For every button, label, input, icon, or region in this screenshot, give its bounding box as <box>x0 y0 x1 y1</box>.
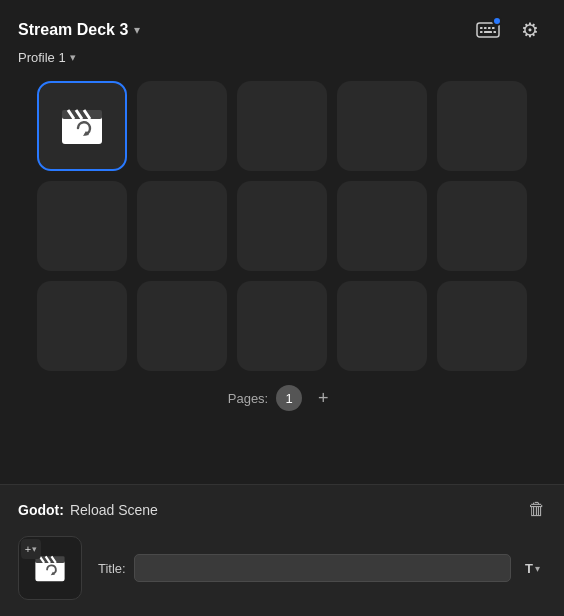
header-right: ⚙ <box>472 14 546 46</box>
svg-rect-2 <box>484 27 487 29</box>
add-page-button[interactable]: + <box>310 385 336 411</box>
app-container: Stream Deck 3 ▾ ⚙ <box>0 0 564 616</box>
profile-row: Profile 1 ▾ <box>0 50 564 75</box>
action-config: + ▾ Title: T ▾ <box>18 536 546 600</box>
grid-button-11[interactable] <box>137 281 227 371</box>
grid-button-2[interactable] <box>237 81 327 171</box>
font-button[interactable]: T ▾ <box>519 557 546 580</box>
svg-rect-11 <box>35 561 64 581</box>
action-header: Godot: Reload Scene 🗑 <box>18 499 546 520</box>
grid-button-4[interactable] <box>437 81 527 171</box>
settings-icon-button[interactable]: ⚙ <box>514 14 546 46</box>
grid-area: Pages: 1 + <box>0 75 564 484</box>
svg-rect-6 <box>484 31 492 33</box>
keyboard-badge <box>492 16 502 26</box>
grid-button-9[interactable] <box>437 181 527 271</box>
button-grid <box>37 81 527 371</box>
grid-button-13[interactable] <box>337 281 427 371</box>
pages-row: Pages: 1 + <box>228 371 336 423</box>
title-label: Title: <box>98 561 126 576</box>
grid-button-12[interactable] <box>237 281 327 371</box>
bottom-panel: Godot: Reload Scene 🗑 + ▾ <box>0 484 564 616</box>
grid-button-10[interactable] <box>37 281 127 371</box>
header-left: Stream Deck 3 ▾ <box>18 21 140 39</box>
svg-rect-4 <box>492 27 495 29</box>
delete-action-icon[interactable]: 🗑 <box>528 499 546 520</box>
gear-icon: ⚙ <box>521 18 539 42</box>
clapperboard-icon <box>56 100 108 152</box>
grid-button-7[interactable] <box>237 181 327 271</box>
keyboard-icon-button[interactable] <box>472 14 504 46</box>
title-field-row: Title: T ▾ <box>98 554 546 582</box>
svg-rect-7 <box>494 31 497 33</box>
grid-button-8[interactable] <box>337 181 427 271</box>
svg-rect-5 <box>480 31 483 33</box>
svg-rect-3 <box>488 27 491 29</box>
action-icon-button[interactable]: + ▾ <box>18 536 82 600</box>
add-icon-arrow: ▾ <box>32 544 37 554</box>
action-name-label: Reload Scene <box>70 502 158 518</box>
grid-button-5[interactable] <box>37 181 127 271</box>
action-icon-overlay: + ▾ <box>21 539 41 559</box>
title-chevron-icon[interactable]: ▾ <box>134 23 140 37</box>
add-icon-label: + <box>25 543 31 555</box>
profile-chevron-icon[interactable]: ▾ <box>70 51 76 64</box>
action-title-row: Godot: Reload Scene <box>18 502 158 518</box>
app-title: Stream Deck 3 <box>18 21 128 39</box>
grid-button-0[interactable] <box>37 81 127 171</box>
profile-label: Profile 1 <box>18 50 66 65</box>
svg-rect-1 <box>480 27 483 29</box>
header: Stream Deck 3 ▾ ⚙ <box>0 0 564 50</box>
page-1-button[interactable]: 1 <box>276 385 302 411</box>
svg-rect-8 <box>62 116 102 144</box>
grid-button-6[interactable] <box>137 181 227 271</box>
title-input[interactable] <box>134 554 511 582</box>
font-chevron-icon: ▾ <box>535 563 540 574</box>
grid-button-14[interactable] <box>437 281 527 371</box>
font-t-icon: T <box>525 561 533 576</box>
grid-button-3[interactable] <box>337 81 427 171</box>
action-app-label: Godot: <box>18 502 64 518</box>
grid-button-1[interactable] <box>137 81 227 171</box>
pages-label: Pages: <box>228 391 268 406</box>
